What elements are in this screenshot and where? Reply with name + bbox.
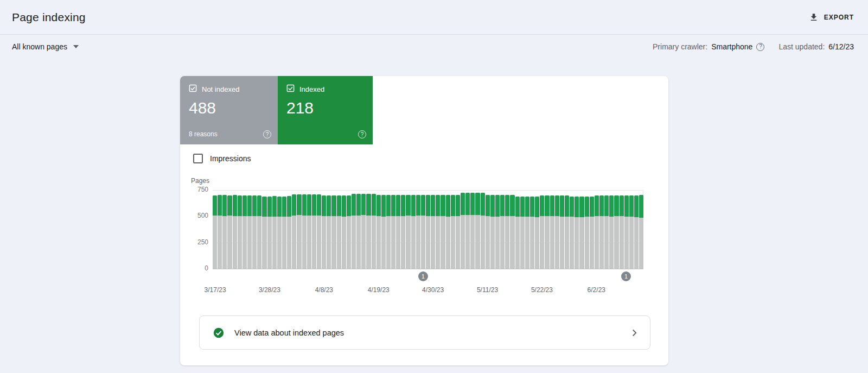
bar[interactable] xyxy=(431,195,435,269)
x-tick-label: 6/2/23 xyxy=(588,286,605,294)
bar[interactable] xyxy=(272,196,277,269)
bar[interactable] xyxy=(317,194,321,269)
bar[interactable] xyxy=(337,195,341,269)
bar[interactable] xyxy=(247,195,252,269)
bar[interactable] xyxy=(490,195,495,269)
bar[interactable] xyxy=(535,197,539,269)
export-button[interactable]: EXPORT xyxy=(809,12,854,22)
bar[interactable] xyxy=(599,195,604,269)
bar[interactable] xyxy=(322,195,326,269)
bar[interactable] xyxy=(396,195,400,269)
bar[interactable] xyxy=(426,195,430,269)
bar[interactable] xyxy=(411,195,416,269)
bar[interactable] xyxy=(386,195,391,269)
bar[interactable] xyxy=(312,194,316,269)
bar[interactable] xyxy=(495,195,500,269)
bar[interactable] xyxy=(252,195,257,269)
bar[interactable] xyxy=(227,195,232,269)
bar[interactable] xyxy=(461,193,465,269)
bar[interactable] xyxy=(629,195,634,269)
bar[interactable] xyxy=(446,195,450,269)
bar[interactable] xyxy=(356,194,361,269)
x-tick-label: 4/30/23 xyxy=(422,286,444,294)
bar[interactable] xyxy=(391,195,395,269)
bar[interactable] xyxy=(624,195,629,269)
bar[interactable] xyxy=(342,195,346,269)
bar[interactable] xyxy=(416,195,420,269)
bar[interactable] xyxy=(406,195,410,269)
bar[interactable] xyxy=(560,195,564,269)
bar[interactable] xyxy=(366,194,371,269)
x-tick-label: 3/17/23 xyxy=(205,286,226,294)
bar[interactable] xyxy=(465,193,470,269)
bar[interactable] xyxy=(579,197,584,269)
bar[interactable] xyxy=(347,195,351,269)
bar[interactable] xyxy=(475,193,480,269)
bar[interactable] xyxy=(222,195,227,269)
bars[interactable] xyxy=(213,190,643,269)
bar[interactable] xyxy=(590,197,594,269)
bar[interactable] xyxy=(257,195,261,269)
bar[interactable] xyxy=(352,194,356,269)
bar[interactable] xyxy=(585,197,589,269)
bar[interactable] xyxy=(401,195,405,269)
bar[interactable] xyxy=(292,194,296,269)
bar[interactable] xyxy=(381,195,386,269)
bar[interactable] xyxy=(515,197,520,269)
bar[interactable] xyxy=(262,197,266,269)
help-icon[interactable]: ? xyxy=(756,43,764,51)
bar[interactable] xyxy=(456,195,460,269)
bar[interactable] xyxy=(570,197,574,269)
chevron-right-icon xyxy=(628,327,640,339)
bar[interactable] xyxy=(525,197,529,269)
bar[interactable] xyxy=(604,195,609,269)
bar[interactable] xyxy=(520,197,525,269)
bar[interactable] xyxy=(372,194,376,269)
bar[interactable] xyxy=(302,194,307,269)
bar[interactable] xyxy=(376,195,381,269)
bar[interactable] xyxy=(634,195,639,269)
bar[interactable] xyxy=(441,195,445,269)
bar[interactable] xyxy=(505,195,509,269)
bar[interactable] xyxy=(277,197,282,269)
bar[interactable] xyxy=(327,195,331,269)
bar[interactable] xyxy=(331,195,336,269)
bar[interactable] xyxy=(213,195,217,269)
bar[interactable] xyxy=(297,194,301,269)
annotation-marker[interactable]: 1 xyxy=(621,271,631,281)
bar[interactable] xyxy=(233,195,237,269)
scope-selector-dropdown[interactable]: All known pages xyxy=(12,42,79,51)
annotation-marker[interactable]: 1 xyxy=(418,271,428,281)
bar[interactable] xyxy=(361,194,366,269)
bar[interactable] xyxy=(500,195,505,269)
bar[interactable] xyxy=(530,197,534,269)
bar[interactable] xyxy=(307,194,311,269)
bar[interactable] xyxy=(609,195,614,269)
bar[interactable] xyxy=(545,195,549,269)
bar[interactable] xyxy=(550,195,554,269)
bar[interactable] xyxy=(451,195,455,269)
bar[interactable] xyxy=(267,197,272,269)
bar[interactable] xyxy=(614,195,618,269)
bar[interactable] xyxy=(287,196,291,269)
bar[interactable] xyxy=(282,197,286,269)
bar[interactable] xyxy=(620,195,624,269)
bar[interactable] xyxy=(436,195,440,269)
bar[interactable] xyxy=(639,195,643,269)
bar[interactable] xyxy=(486,195,490,269)
bar[interactable] xyxy=(481,193,485,269)
bar[interactable] xyxy=(421,195,425,269)
bar[interactable] xyxy=(595,195,599,269)
bar[interactable] xyxy=(565,195,569,269)
x-axis-line xyxy=(213,269,643,269)
view-indexed-pages-row[interactable]: View data about indexed pages xyxy=(199,315,650,350)
bar[interactable] xyxy=(218,195,222,269)
bar[interactable] xyxy=(510,195,514,269)
bar[interactable] xyxy=(238,195,242,269)
bar[interactable] xyxy=(470,193,475,269)
bar[interactable] xyxy=(540,195,544,269)
bar[interactable] xyxy=(242,195,247,269)
bar[interactable] xyxy=(555,195,559,269)
y-tick-label: 500 xyxy=(180,212,208,219)
bar[interactable] xyxy=(575,197,579,269)
